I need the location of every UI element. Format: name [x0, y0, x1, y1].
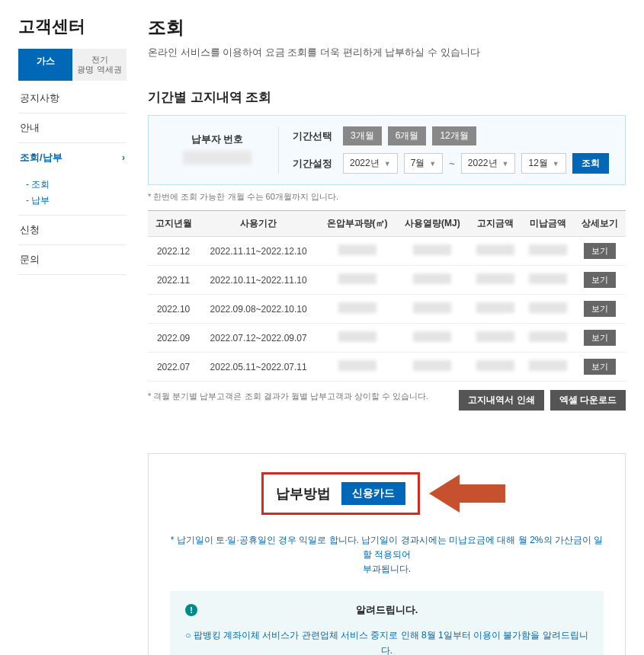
tab-label: 가스 [37, 56, 55, 66]
alert-title: 알려드립니다. [356, 603, 418, 617]
sidebar-item-guide[interactable]: 안내 [18, 113, 127, 143]
sidebar: 고객센터 가스 전기 광명 역세권 공지사항 안내 조회/납부 › [18, 15, 127, 655]
chevron-right-icon: › [122, 152, 125, 163]
payment-box: 납부방법 신용카드 [261, 472, 420, 515]
cell-volume [318, 295, 396, 324]
sidebar-item-label: 신청 [20, 223, 40, 237]
query-box: 납부자 번호 기간선택 3개월 6개월 12개월 기간설정 2022년 ▼ [148, 115, 626, 185]
cell-bill-ym: 2022.11 [148, 266, 199, 295]
period-chip-3m[interactable]: 3개월 [343, 126, 382, 145]
sidebar-item-label: 조회/납부 [20, 151, 62, 165]
query-button[interactable]: 조회 [572, 153, 609, 174]
sidebar-item-label: 문의 [20, 253, 40, 267]
cell-period: 2022.07.12~2022.09.07 [199, 324, 318, 353]
dropdown-value: 7월 [411, 157, 425, 170]
col-bill-ym: 고지년월 [148, 211, 199, 237]
period-chip-12m[interactable]: 12개월 [432, 126, 476, 145]
cell-bill-ym: 2022.09 [148, 324, 199, 353]
cell-amount [469, 353, 521, 382]
cell-heat [396, 324, 469, 353]
view-button[interactable]: 보기 [584, 243, 616, 259]
table-row: 2022.09 2022.07.12~2022.09.07 보기 [148, 324, 626, 353]
cell-period: 2022.10.11~2022.11.10 [199, 266, 318, 295]
alert-title-row: ! 알려드립니다. [185, 603, 588, 617]
payer-value [183, 151, 252, 165]
payment-row: 납부방법 신용카드 [170, 471, 604, 516]
cell-heat [396, 353, 469, 382]
period-select-label: 기간선택 [293, 129, 337, 143]
sidebar-item-label: 공지사항 [20, 91, 59, 105]
period-set-label: 기간설정 [293, 157, 337, 171]
dropdown-value: 12월 [528, 157, 547, 170]
to-month-dropdown[interactable]: 12월 ▼ [521, 153, 566, 174]
cell-amount [469, 237, 521, 266]
payment-label: 납부방법 [276, 484, 331, 503]
period-chip-6m[interactable]: 6개월 [388, 126, 427, 145]
col-amount: 고지금액 [469, 211, 521, 237]
cell-period: 2022.09.08~2022.10.10 [199, 295, 318, 324]
payment-method-button[interactable]: 신용카드 [341, 482, 405, 505]
sidebar-tabs: 가스 전기 광명 역세권 [18, 49, 127, 81]
cell-unpaid [521, 266, 574, 295]
payer-label: 납부자 번호 [164, 133, 271, 146]
cell-unpaid [521, 324, 574, 353]
sidebar-submenu: - 조회 - 납부 [18, 172, 127, 216]
cell-amount [469, 266, 521, 295]
view-button[interactable]: 보기 [584, 330, 616, 346]
from-month-dropdown[interactable]: 7월 ▼ [404, 153, 444, 174]
query-note: * 한번에 조회 가능한 개월 수는 60개월까지 입니다. [148, 191, 626, 203]
cell-detail: 보기 [575, 324, 626, 353]
sidebar-item-request[interactable]: 신청 [18, 216, 127, 245]
table-row: 2022.10 2022.09.08~2022.10.10 보기 [148, 295, 626, 324]
table-row: 2022.11 2022.10.11~2022.11.10 보기 [148, 266, 626, 295]
cell-volume [318, 324, 396, 353]
view-button[interactable]: 보기 [584, 301, 616, 317]
sidebar-title: 고객센터 [18, 15, 127, 38]
sidebar-tab-electric[interactable]: 전기 광명 역세권 [72, 49, 127, 81]
cell-heat [396, 237, 469, 266]
page-title: 조회 [148, 15, 626, 40]
print-button[interactable]: 고지내역서 인쇄 [459, 390, 543, 411]
col-heat: 사용열량(MJ) [396, 211, 469, 237]
view-button[interactable]: 보기 [584, 272, 616, 288]
cell-period: 2022.05.11~2022.07.11 [199, 353, 318, 382]
view-button[interactable]: 보기 [584, 359, 616, 375]
to-year-dropdown[interactable]: 2022년 ▼ [461, 153, 516, 174]
billing-table: 고지년월 사용기간 온압부과량(㎥) 사용열량(MJ) 고지금액 미납금액 상세… [148, 210, 626, 382]
table-row: 2022.07 2022.05.11~2022.07.11 보기 [148, 353, 626, 382]
sidebar-menu: 공지사항 안내 조회/납부 › - 조회 - 납부 신청 문의 [18, 84, 127, 275]
col-detail: 상세보기 [575, 211, 626, 237]
cell-unpaid [521, 237, 574, 266]
period-box: 기간선택 3개월 6개월 12개월 기간설정 2022년 ▼ 7월 ▼ ~ [278, 126, 617, 174]
sidebar-sub-pay[interactable]: - 납부 [26, 193, 127, 209]
tab-label-line2: 광명 역세권 [77, 65, 121, 74]
sidebar-item-notice[interactable]: 공지사항 [18, 84, 127, 113]
period-select-row: 기간선택 3개월 6개월 12개월 [293, 126, 617, 145]
cell-volume [318, 266, 396, 295]
info-icon: ! [185, 604, 197, 616]
cell-unpaid [521, 295, 574, 324]
main-content: 조회 온라인 서비스를 이용하여 요금 조회를 더욱 편리하게 납부하실 수 있… [148, 15, 626, 655]
cell-heat [396, 295, 469, 324]
cell-detail: 보기 [575, 353, 626, 382]
caret-down-icon: ▼ [384, 160, 391, 168]
cell-bill-ym: 2022.07 [148, 353, 199, 382]
cell-unpaid [521, 353, 574, 382]
sidebar-tab-gas[interactable]: 가스 [18, 49, 72, 81]
excel-button[interactable]: 엑셀 다운로드 [550, 390, 626, 411]
sidebar-item-lookup-pay[interactable]: 조회/납부 › [18, 143, 127, 172]
period-set-row: 기간설정 2022년 ▼ 7월 ▼ ~ 2022년 ▼ 1 [293, 153, 617, 174]
arrow-left-icon [429, 471, 513, 516]
alert-body: ○ 팝뱅킹 계좌이체 서비스가 관련업체 서비스 중지로 인해 8월 1일부터 … [185, 628, 588, 655]
from-year-dropdown[interactable]: 2022년 ▼ [343, 153, 398, 174]
payment-note: * 납기일이 토·일·공휴일인 경우 익일로 합니다. 납기일이 경과시에는 미… [170, 533, 604, 577]
cell-detail: 보기 [575, 295, 626, 324]
tilde-separator: ~ [449, 158, 455, 169]
sidebar-sub-lookup[interactable]: - 조회 [26, 177, 127, 193]
cell-volume [318, 237, 396, 266]
sidebar-item-inquiry[interactable]: 문의 [18, 245, 127, 275]
alert-box: ! 알려드립니다. ○ 팝뱅킹 계좌이체 서비스가 관련업체 서비스 중지로 인… [170, 591, 604, 655]
cell-volume [318, 353, 396, 382]
sidebar-item-label: 안내 [20, 121, 40, 135]
cell-amount [469, 295, 521, 324]
